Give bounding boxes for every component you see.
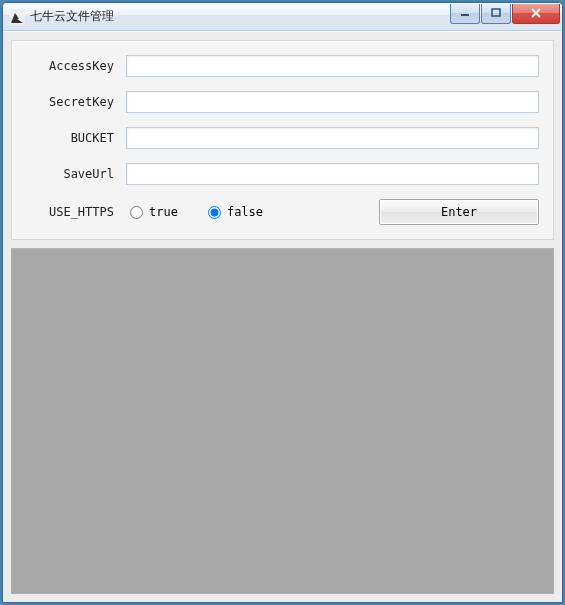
minimize-button[interactable] xyxy=(450,4,480,24)
titlebar[interactable]: 七牛云文件管理 xyxy=(3,3,562,31)
client-area: AccessKey SecretKey BUCKET SaveUrl USE_H… xyxy=(3,31,562,602)
saveurl-input[interactable] xyxy=(126,163,539,185)
use-https-label: USE_HTTPS xyxy=(26,205,126,219)
use-https-radio-group: true false xyxy=(130,205,263,219)
window-title: 七牛云文件管理 xyxy=(30,8,449,25)
svg-rect-3 xyxy=(492,9,500,16)
saveurl-label: SaveUrl xyxy=(26,167,126,181)
svg-rect-2 xyxy=(461,14,469,16)
close-button[interactable] xyxy=(512,4,560,24)
row-use-https: USE_HTTPS true false Enter xyxy=(26,199,539,225)
radio-false-input[interactable] xyxy=(208,206,221,219)
accesskey-label: AccessKey xyxy=(26,59,126,73)
radio-false[interactable]: false xyxy=(208,205,263,219)
bucket-input[interactable] xyxy=(126,127,539,149)
content-area xyxy=(11,248,554,594)
row-accesskey: AccessKey xyxy=(26,55,539,77)
radio-true-label: true xyxy=(149,205,178,219)
app-icon xyxy=(9,9,25,25)
accesskey-input[interactable] xyxy=(126,55,539,77)
row-secretkey: SecretKey xyxy=(26,91,539,113)
window-controls xyxy=(449,4,560,24)
maximize-button[interactable] xyxy=(481,4,511,24)
config-panel: AccessKey SecretKey BUCKET SaveUrl USE_H… xyxy=(11,40,554,240)
secretkey-label: SecretKey xyxy=(26,95,126,109)
radio-true[interactable]: true xyxy=(130,205,178,219)
row-bucket: BUCKET xyxy=(26,127,539,149)
bucket-label: BUCKET xyxy=(26,131,126,145)
row-saveurl: SaveUrl xyxy=(26,163,539,185)
app-window: 七牛云文件管理 AccessKey SecretKey BU xyxy=(2,2,563,603)
secretkey-input[interactable] xyxy=(126,91,539,113)
radio-true-input[interactable] xyxy=(130,206,143,219)
radio-false-label: false xyxy=(227,205,263,219)
enter-button[interactable]: Enter xyxy=(379,199,539,225)
